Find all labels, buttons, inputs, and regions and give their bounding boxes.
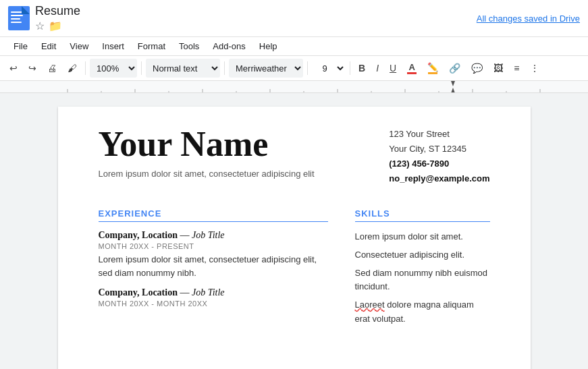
toolbar: ↩ ↪ 🖨 🖌 100% Normal text Merriweather 9 … [0,56,588,81]
skills-section: SKILLS Lorem ipsum dolor sit amet. Conse… [355,208,490,331]
name-tagline-block: Your Name Lorem ipsum dolor sit amet, co… [99,127,315,195]
print-button[interactable]: 🖨 [43,60,61,76]
contact-city-state: Your City, ST 12345 [389,142,489,157]
divider-5 [350,61,350,75]
more-options-button[interactable]: ⋮ [526,60,543,76]
text-color-line [407,72,417,74]
svg-rect-6 [0,92,588,93]
redo-button[interactable]: ↪ [24,60,41,76]
divider-2 [141,61,142,75]
save-status[interactable]: All changes saved in Drive [477,13,580,24]
font-size-selector[interactable]: 9 [312,59,346,78]
page: Your Name Lorem ipsum dolor sit amet, co… [58,107,531,369]
section-row: EXPERIENCE Company, Location — Job Title… [99,208,490,331]
comment-button[interactable]: 💬 [467,60,487,76]
divider-1 [85,61,86,75]
text-color-button[interactable]: A [403,59,421,77]
svg-rect-2 [11,15,23,16]
svg-rect-1 [11,11,23,13]
job-1-title: Job Title [192,230,225,240]
title-actions: ☆ 📁 [35,20,80,32]
document-area: Your Name Lorem ipsum dolor sit amet, co… [0,93,588,369]
divider-3 [224,61,225,75]
contact-street: 123 Your Street [389,127,489,142]
job-2-dates: MONTH 20XX - MONTH 20XX [99,300,328,308]
contact-email: no_reply@example.com [389,171,489,186]
ruler [0,81,588,93]
menu-file[interactable]: File [8,38,33,54]
undo-button[interactable]: ↩ [5,60,22,76]
doc-title[interactable]: Resume [35,4,80,18]
job-2-dash: — [180,287,192,297]
bold-button[interactable]: B [354,60,369,76]
job-2: Company, Location — Job Title MONTH 20XX… [99,287,328,308]
doc-icon [8,6,30,30]
job-2-company: Company, Location [99,287,178,297]
skill-3: Sed diam nonummy nibh euismod tincidunt. [355,266,490,295]
menu-insert[interactable]: Insert [97,38,130,54]
title-bar: Resume ☆ 📁 All changes saved in Drive [0,0,588,37]
experience-section: EXPERIENCE Company, Location — Job Title… [99,208,328,331]
skills-heading: SKILLS [355,208,490,222]
italic-button[interactable]: I [372,60,383,76]
style-selector[interactable]: Normal text [146,59,220,78]
job-1-dash: — [180,230,192,240]
link-button[interactable]: 🔗 [445,60,464,76]
divider-4 [307,61,308,75]
job-1-company-line: Company, Location — Job Title [99,230,328,241]
align-button[interactable]: ≡ [510,60,523,76]
highlight-button[interactable]: ✏️ [423,59,442,77]
star-icon[interactable]: ☆ [35,20,45,32]
job-1-dates: MONTH 20XX - PRESENT [99,242,328,250]
svg-rect-4 [11,22,22,23]
skill-2: Consectetuer adipiscing elit. [355,248,490,262]
title-area: Resume ☆ 📁 [35,4,80,32]
menu-addons[interactable]: Add-ons [207,38,250,54]
svg-rect-3 [11,18,20,20]
job-1: Company, Location — Job Title MONTH 20XX… [99,230,328,279]
underline-button[interactable]: U [385,60,400,76]
image-button[interactable]: 🖼 [489,60,507,76]
highlight-indicator: ✏️ [427,62,438,74]
job-1-desc: Lorem ipsum dolor sit amet, consectetuer… [99,253,328,279]
job-2-title: Job Title [192,287,225,297]
menu-bar: File Edit View Insert Format Tools Add-o… [0,37,588,56]
skill-1: Lorem ipsum dolor sit amet. [355,230,490,244]
job-2-company-line: Company, Location — Job Title [99,287,328,298]
svg-rect-5 [0,81,588,93]
highlight-color-line [428,72,437,74]
menu-edit[interactable]: Edit [36,38,61,54]
menu-format[interactable]: Format [132,38,171,54]
misspelled-word: Laoreet [355,300,385,310]
menu-view[interactable]: View [64,38,94,54]
experience-heading: EXPERIENCE [99,208,328,222]
contact-info: 123 Your Street Your City, ST 12345 (123… [389,127,489,186]
menu-help[interactable]: Help [254,38,283,54]
font-selector[interactable]: Merriweather [229,59,303,78]
skill-4: Laoreet dolore magna aliquam erat volutp… [355,298,490,327]
your-name: Your Name [99,127,315,162]
folder-icon[interactable]: 📁 [49,20,62,32]
contact-phone: (123) 456-7890 [389,157,489,171]
tagline: Lorem ipsum dolor sit amet, consectetuer… [99,169,315,179]
job-1-company: Company, Location [99,230,178,240]
text-color-indicator: A [407,62,417,74]
paint-format-button[interactable]: 🖌 [63,60,81,76]
menu-tools[interactable]: Tools [173,38,205,54]
zoom-selector[interactable]: 100% [90,59,137,78]
resume-header: Your Name Lorem ipsum dolor sit amet, co… [99,127,490,195]
